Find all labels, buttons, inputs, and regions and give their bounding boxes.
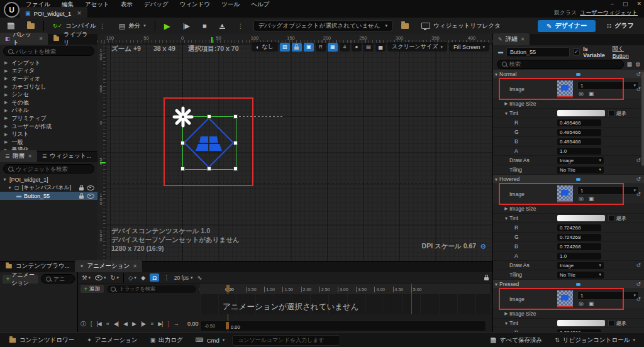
hierarchy-search[interactable] [3,164,94,174]
palette-category-7[interactable]: ▶プリミティブ [0,114,97,123]
close-icon[interactable]: ✕ [39,36,43,41]
resize-handle-top-right[interactable] [233,114,238,119]
palette-category-1[interactable]: ▶エディタ [0,67,97,75]
add-track-button[interactable]: + 追加 [80,285,104,293]
tint-row-normal[interactable]: ▼Tint継承 [493,109,644,118]
keyframe-options-button[interactable]: ◇▾ [128,274,136,281]
resize-handle-bottom-right[interactable] [233,167,238,171]
close-button[interactable]: ✕ [636,1,641,7]
image-size-row-hovered[interactable]: ▶Image Size [493,204,644,214]
view-options-button[interactable]: ▾ [95,275,106,280]
image-asset-dropdown-normal[interactable]: 1▾ [577,81,639,90]
animation-search-input[interactable] [53,276,70,282]
parent-class-link[interactable]: ユーザーウィジェット [580,9,638,16]
play-reverse-button[interactable]: ◀ [121,321,130,327]
use-selected-asset-icon[interactable]: ◎ [579,91,584,97]
display-filter-icon[interactable]: ▦ [627,61,633,67]
use-selected-asset-icon[interactable]: ◎ [579,300,584,307]
range-end-bracket-icon[interactable]: ] [165,321,171,327]
tint-r-value-hovered[interactable]: 0.724268 [557,224,601,231]
expand-arrow-icon[interactable]: ▶ [4,60,8,65]
step-forward-button[interactable]: |▶ [138,321,148,327]
state-section-header-hovered[interactable]: ▼Hovered↺ [493,175,644,184]
widget-name-field[interactable]: Button_55 [506,47,570,57]
expand-arrow-icon[interactable]: ▶ [503,101,509,106]
fill-screen-dropdown[interactable]: Fill Screen ▾ [449,42,489,52]
tab-hierarchy[interactable]: ☰ 階層 ✕ [0,150,37,162]
track-search[interactable] [107,285,196,293]
close-icon[interactable]: ✕ [133,263,137,269]
draw-as-dropdown-normal[interactable]: Image▾ [557,157,604,164]
graph-mode-button[interactable]: ∷ グラフ [601,20,640,32]
anchor-medallion-icon[interactable] [172,106,194,128]
browse-to-asset-icon[interactable]: ▣ [589,196,594,202]
menu-item-3[interactable]: 表示 [115,0,138,8]
step-back-button[interactable]: ◀| [111,321,121,327]
details-search[interactable] [497,60,624,69]
details-search-input[interactable] [509,61,619,67]
browse-to-asset-icon[interactable]: ▣ [589,300,594,307]
timeline-track-area[interactable]: アニメーションが選択されていません [200,294,490,314]
tint-a-value-normal[interactable]: 1.0 [557,148,601,155]
save-status-button[interactable]: すべて保存済み [485,334,547,346]
add-keyframe-button[interactable]: ◆ [141,274,145,281]
expand-arrow-icon[interactable]: ▼ [503,111,509,116]
tint-color-swatch-pressed[interactable] [557,320,605,326]
draw-as-dropdown-hovered[interactable]: Image▾ [557,262,604,269]
play-reverse-fast-button[interactable]: « [104,321,111,327]
inherit-checkbox[interactable] [608,110,614,116]
play-button[interactable]: ▶ [160,19,174,33]
inherit-checkbox[interactable] [608,215,614,221]
expand-arrow-icon[interactable]: ▶ [503,206,509,211]
selection-mode-button[interactable]: ▧ [280,43,290,52]
console-command-input[interactable] [236,336,336,344]
tint-g-value-normal[interactable]: 0.495466 [557,129,601,136]
reset-to-default-icon[interactable]: ↺ [636,262,641,268]
content-drawer-button[interactable]: コンテンツドロワー [4,334,79,346]
info-icon[interactable]: ⓘ [78,320,88,328]
cmd-dropdown[interactable]: ⌨ Cmd ▾ [191,335,230,346]
expand-arrow-icon[interactable]: ▶ [4,69,8,74]
image-size-row-pressed[interactable]: ▶Image Size [493,309,644,319]
tree-item-button[interactable]: ▬ Button_55 [0,192,97,200]
palette-category-10[interactable]: ▶一般 [0,138,97,146]
play-button[interactable]: ▶ [130,321,138,327]
image-asset-dropdown-hovered[interactable]: 1▾ [577,186,639,195]
expand-arrow-icon[interactable]: ▼ [493,177,499,182]
browse-to-asset-icon[interactable]: ▣ [589,91,594,97]
close-tab-icon[interactable]: ✕ [77,10,82,16]
expand-arrow-icon[interactable]: ▶ [4,124,8,129]
output-log-button[interactable]: ▣ 出力ログ [145,334,188,346]
expand-arrow-icon[interactable]: ▶ [503,311,509,316]
tiling-dropdown-normal[interactable]: No Tile▾ [557,167,604,174]
widget-reflector-button[interactable]: ウィジェットリフレクタ [418,20,504,32]
jump-to-front-button[interactable]: |◀ [94,321,104,327]
track-search-input[interactable] [118,285,192,292]
state-section-header-normal[interactable]: ▼Normal↺ [493,70,644,79]
tab-widget-details[interactable]: ☰ ウィジェット... [37,150,96,162]
state-section-header-pressed[interactable]: ▼Pressed↺ [493,280,644,289]
palette-search[interactable] [3,47,94,56]
save-button[interactable] [4,21,18,31]
expand-arrow-icon[interactable]: ▶ [4,100,8,105]
is-variable-checkbox[interactable]: ✓ [573,48,580,56]
asset-tab[interactable]: ▣ POI_widget_1 ✕ [19,8,87,18]
stats-button[interactable]: ▅ [375,43,386,52]
tree-item-canvas-panel[interactable]: ▼ ▢ [キャンバスパネル] [0,184,97,192]
jump-to-end-button[interactable]: ▶| [155,321,165,327]
tint-a-value-hovered[interactable]: 1.0 [557,253,601,260]
tab-library[interactable]: ライブラリ [48,33,97,45]
tab-animation[interactable]: ✦ アニメーション ✕ [75,260,142,272]
minimize-button[interactable]: – [611,1,614,7]
respect-locks-button[interactable]: R [316,43,326,52]
add-animation-button[interactable]: + アニメーション [3,275,38,284]
menu-item-5[interactable]: ウィンドウ [174,0,216,8]
tab-palette[interactable]: ◧ パレット ✕ [0,33,48,45]
reset-to-default-icon[interactable]: ↺ [636,157,641,163]
close-icon[interactable]: ✕ [521,36,525,42]
close-icon[interactable]: ✕ [28,153,32,159]
snap-options-icon[interactable]: ⋮ [164,274,170,281]
settings-gear-icon[interactable]: ⚙ [635,61,641,68]
tint-color-swatch-hovered[interactable] [557,215,605,221]
menu-item-4[interactable]: デバッグ [138,0,174,8]
